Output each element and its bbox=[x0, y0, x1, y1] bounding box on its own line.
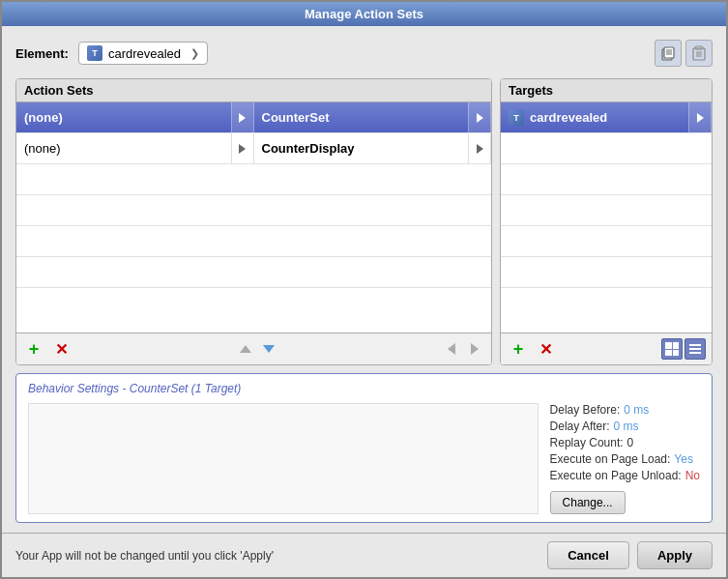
lr-arrows bbox=[441, 338, 485, 360]
move-left-button[interactable] bbox=[441, 338, 462, 360]
target-right-arrow-icon bbox=[697, 113, 704, 123]
chevron-right-icon: ❯ bbox=[190, 47, 199, 60]
grid-icons bbox=[661, 338, 706, 360]
up-arrow-icon bbox=[240, 345, 251, 353]
list-icon bbox=[688, 342, 702, 356]
right-arrow-icon-4 bbox=[477, 144, 483, 154]
svg-rect-12 bbox=[689, 352, 701, 354]
footer: Your App will not be changed until you c… bbox=[2, 533, 726, 577]
copy-button[interactable] bbox=[655, 40, 682, 67]
action-sets-rows: (none) CounterSet (none) bbox=[16, 102, 491, 333]
empty-row bbox=[16, 164, 491, 195]
paste-button[interactable] bbox=[685, 40, 713, 67]
gc bbox=[673, 342, 680, 349]
dialog-title: Manage Action Sets bbox=[2, 2, 726, 26]
targets-panel: Targets T cardrevealed bbox=[500, 78, 713, 365]
target-icon: T bbox=[509, 110, 524, 126]
action-cell-none-2: (none) bbox=[16, 133, 231, 163]
gc bbox=[665, 350, 672, 357]
action-cell-name-1: CounterSet bbox=[254, 102, 469, 132]
grid-view-button[interactable] bbox=[661, 338, 683, 360]
grid-icon-lines bbox=[665, 342, 679, 356]
table-row[interactable]: T cardrevealed bbox=[501, 102, 712, 133]
element-label: Element: bbox=[15, 46, 69, 61]
empty-row bbox=[501, 257, 712, 288]
arrow-1[interactable] bbox=[231, 102, 254, 132]
behavior-preview bbox=[28, 403, 539, 514]
down-arrow-icon bbox=[263, 345, 275, 353]
table-row[interactable]: (none) CounterSet bbox=[16, 102, 491, 133]
targets-toolbar: + ✕ bbox=[501, 333, 712, 364]
manage-action-sets-dialog: Manage Action Sets Element: T cardreveal… bbox=[0, 0, 728, 579]
x-icon-target: ✕ bbox=[539, 340, 552, 359]
action-sets-toolbar: + ✕ bbox=[16, 333, 491, 364]
delay-after-value: 0 ms bbox=[614, 420, 639, 433]
add-target-button[interactable]: + bbox=[507, 337, 530, 361]
empty-row bbox=[501, 133, 712, 164]
cancel-button[interactable]: Cancel bbox=[547, 541, 629, 569]
toolbar-icons bbox=[655, 40, 713, 67]
move-down-button[interactable] bbox=[258, 338, 279, 360]
action-sets-panel: Action Sets (none) CounterSet bbox=[15, 78, 492, 365]
plus-icon: + bbox=[29, 340, 40, 358]
right-arrow-icon-2 bbox=[477, 113, 483, 123]
delay-after-row: Delay After: 0 ms bbox=[550, 420, 700, 433]
footer-message: Your App will not be changed until you c… bbox=[15, 549, 547, 563]
arrow-4[interactable] bbox=[468, 133, 491, 163]
element-name: cardrevealed bbox=[108, 46, 181, 61]
empty-row bbox=[501, 164, 712, 195]
right-arrow-icon-btn bbox=[471, 343, 479, 355]
target-name: cardrevealed bbox=[530, 110, 607, 125]
main-panels: Action Sets (none) CounterSet bbox=[15, 78, 713, 365]
empty-row bbox=[16, 226, 491, 257]
behavior-settings: Delay Before: 0 ms Delay After: 0 ms Rep… bbox=[550, 403, 700, 514]
delay-before-value: 0 ms bbox=[624, 403, 649, 417]
behavior-panel: Behavior Settings - CounterSet (1 Target… bbox=[15, 373, 713, 523]
replay-count-row: Replay Count: 0 bbox=[550, 436, 700, 449]
action-cell-name-2: CounterDisplay bbox=[254, 133, 469, 163]
remove-action-set-button[interactable]: ✕ bbox=[49, 337, 73, 361]
gc bbox=[673, 350, 680, 357]
empty-row bbox=[16, 257, 491, 288]
action-sets-header: Action Sets bbox=[16, 79, 491, 102]
delay-before-label: Delay Before: bbox=[550, 403, 621, 417]
element-row: Element: T cardrevealed ❯ bbox=[15, 36, 713, 71]
add-action-set-button[interactable]: + bbox=[22, 337, 45, 361]
behavior-title: Behavior Settings - CounterSet (1 Target… bbox=[28, 382, 700, 395]
action-cell-none-1: (none) bbox=[16, 102, 231, 132]
targets-rows: T cardrevealed bbox=[501, 102, 712, 333]
arrow-2[interactable] bbox=[468, 102, 491, 132]
execute-unload-row: Execute on Page Unload: No bbox=[550, 469, 700, 482]
right-arrow-icon-3 bbox=[239, 144, 246, 154]
empty-row bbox=[501, 195, 712, 226]
gc bbox=[665, 342, 672, 349]
change-button[interactable]: Change... bbox=[550, 491, 626, 514]
dialog-content: Element: T cardrevealed ❯ bbox=[2, 26, 726, 533]
execute-load-row: Execute on Page Load: Yes bbox=[550, 452, 700, 466]
target-arrow[interactable] bbox=[688, 102, 712, 132]
targets-header: Targets bbox=[501, 79, 712, 102]
arrow-3[interactable] bbox=[231, 133, 254, 163]
remove-target-button[interactable]: ✕ bbox=[534, 337, 557, 361]
delay-before-row: Delay Before: 0 ms bbox=[550, 403, 700, 417]
delay-after-label: Delay After: bbox=[550, 420, 610, 433]
plus-icon-target: + bbox=[513, 340, 524, 358]
list-view-button[interactable] bbox=[684, 338, 706, 360]
execute-unload-value: No bbox=[685, 469, 700, 482]
execute-load-label: Execute on Page Load: bbox=[550, 452, 671, 466]
move-up-button[interactable] bbox=[235, 338, 256, 360]
element-selector[interactable]: T cardrevealed ❯ bbox=[78, 42, 208, 65]
execute-load-value: Yes bbox=[674, 452, 693, 466]
footer-buttons: Cancel Apply bbox=[547, 541, 713, 569]
replay-count-label: Replay Count: bbox=[550, 436, 624, 449]
table-row[interactable]: (none) CounterDisplay bbox=[16, 133, 491, 164]
execute-unload-label: Execute on Page Unload: bbox=[550, 469, 682, 482]
move-right-button[interactable] bbox=[464, 338, 485, 360]
x-icon: ✕ bbox=[55, 340, 68, 359]
behavior-content: Delay Before: 0 ms Delay After: 0 ms Rep… bbox=[28, 403, 700, 514]
empty-row bbox=[16, 195, 491, 226]
apply-button[interactable]: Apply bbox=[637, 541, 713, 569]
left-arrow-icon bbox=[448, 343, 455, 355]
element-type-icon: T bbox=[87, 45, 102, 61]
svg-rect-11 bbox=[689, 348, 701, 350]
